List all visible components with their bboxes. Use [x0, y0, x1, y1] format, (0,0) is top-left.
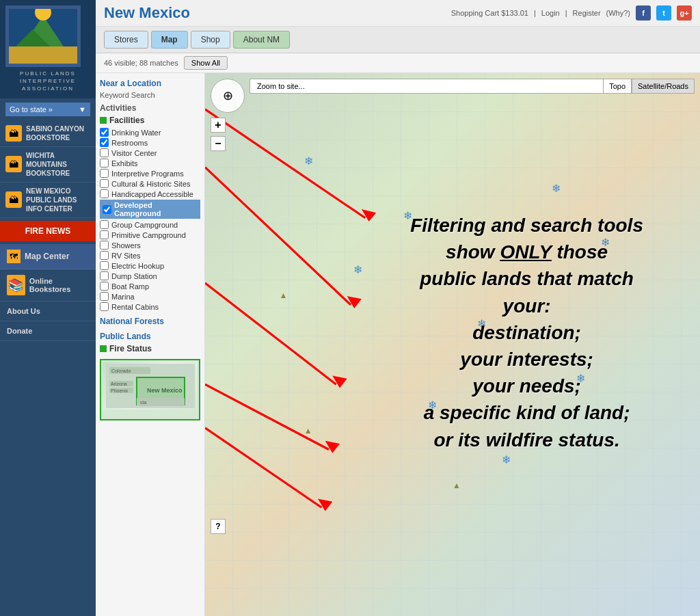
header-right: Shopping Cart $133.01 | Login | Register…	[451, 5, 692, 21]
twitter-icon[interactable]: t	[656, 5, 671, 21]
page-title: New Mexico	[104, 4, 190, 22]
svg-text:Colorado: Colorado	[111, 369, 131, 373]
about-us-link[interactable]: About Us	[0, 302, 96, 321]
state-select-button[interactable]: Go to state » ▼	[5, 103, 90, 116]
tab-about-nm[interactable]: About NM	[233, 31, 290, 49]
marina-checkbox[interactable]	[100, 292, 109, 301]
facility-developed-campground[interactable]: Developed Campground	[100, 200, 200, 219]
restrooms-checkbox[interactable]	[100, 138, 109, 147]
map-icon-5: ❄	[477, 317, 486, 330]
svg-text:New Mexico: New Mexico	[147, 387, 183, 394]
online-bookstores-link[interactable]: 📚 Online Bookstores	[0, 269, 96, 302]
svg-marker-23	[325, 441, 340, 453]
register-link[interactable]: Register	[573, 9, 601, 17]
facility-electric-hookup[interactable]: Electric Hookup	[100, 261, 200, 270]
svg-line-18	[205, 168, 351, 305]
group-campground-checkbox[interactable]	[100, 220, 109, 229]
donate-link[interactable]: Donate	[0, 321, 96, 341]
sidebar-store-sabino[interactable]: 🏔 SABINO CANYON BOOKSTORE	[0, 120, 96, 147]
facility-interpretive-programs[interactable]: Interpretive Programs	[100, 169, 200, 178]
login-link[interactable]: Login	[541, 9, 560, 17]
zoom-out-button[interactable]: −	[211, 136, 226, 151]
visitor-center-checkbox[interactable]	[100, 148, 109, 157]
facility-rv-sites[interactable]: RV Sites	[100, 251, 200, 260]
main-content: New Mexico Shopping Cart $133.01 | Login…	[96, 0, 700, 616]
facility-dump-station[interactable]: Dump Station	[100, 271, 200, 280]
developed-campground-checkbox[interactable]	[103, 205, 111, 214]
near-location-section[interactable]: Near a Location	[100, 79, 200, 88]
shopping-cart-link[interactable]: Shopping Cart $133.01	[451, 9, 528, 17]
zoom-in-button[interactable]: +	[211, 118, 226, 133]
facilities-header: Facilities	[100, 116, 200, 125]
sidebar-store-nm[interactable]: 🏔 NEW MEXICO PUBLIC LANDS INFO CENTER	[0, 183, 96, 218]
map-background: ❄ ❄ ❄ ❄ ❄ ❄ ❄ ❄ ❄ ▲ ▲ ▲	[205, 73, 700, 616]
rental-cabins-checkbox[interactable]	[100, 302, 109, 311]
help-button[interactable]: ?	[211, 519, 226, 534]
fire-news-button[interactable]: FIRE NEWS	[0, 221, 96, 241]
facility-boat-ramp[interactable]: Boat Ramp	[100, 282, 200, 291]
keyword-search-link[interactable]: Keyword Search	[100, 91, 200, 99]
activities-title: Activities	[100, 103, 200, 113]
map-icon-1: ❄	[304, 155, 313, 168]
dump-station-checkbox[interactable]	[100, 271, 109, 280]
svg-text:Phoenix: Phoenix	[111, 388, 129, 393]
map-icon-2: ❄	[403, 209, 412, 222]
svg-marker-25	[318, 498, 332, 511]
sidebar: PUBLIC LANDS INTERPRETIVE ASSOCIATION Go…	[0, 0, 96, 616]
map-icon-3: ❄	[353, 263, 362, 276]
national-forests-section[interactable]: National Forests	[100, 317, 200, 326]
handicapped-checkbox[interactable]	[100, 189, 109, 198]
fire-status-item[interactable]: Fire Status	[100, 344, 200, 353]
facility-group-campground[interactable]: Group Campground	[100, 220, 200, 229]
facility-drinking-water[interactable]: Drinking Water	[100, 128, 200, 137]
svg-text:sta: sta	[140, 400, 146, 405]
facility-marina[interactable]: Marina	[100, 292, 200, 301]
cultural-historic-checkbox[interactable]	[100, 179, 109, 188]
tab-stores[interactable]: Stores	[104, 31, 148, 49]
googleplus-icon[interactable]: g+	[677, 5, 692, 21]
facebook-icon[interactable]: f	[636, 5, 651, 21]
facility-handicapped[interactable]: Handicapped Accessible	[100, 189, 200, 198]
exhibits-checkbox[interactable]	[100, 159, 109, 168]
fire-status-dot	[100, 345, 107, 352]
rv-sites-checkbox[interactable]	[100, 251, 109, 260]
facility-primitive-campground[interactable]: Primitive Campground	[100, 230, 200, 239]
interpretive-programs-checkbox[interactable]	[100, 169, 109, 178]
svg-marker-19	[347, 296, 362, 308]
facility-showers[interactable]: Showers	[100, 241, 200, 250]
electric-hookup-checkbox[interactable]	[100, 261, 109, 270]
filter-bar: 46 visible; 88 matches Show All	[96, 53, 700, 73]
tab-shop[interactable]: Shop	[191, 31, 230, 49]
facility-visitor-center[interactable]: Visitor Center	[100, 148, 200, 157]
store-name-wichita: WICHITA MOUNTAINS BOOKSTORE	[26, 151, 90, 178]
cart-label: Shopping Cart $133.01	[451, 9, 528, 17]
drinking-water-checkbox[interactable]	[100, 128, 109, 137]
why-label: (Why?)	[606, 9, 630, 17]
arrows-overlay	[205, 73, 700, 616]
primitive-campground-checkbox[interactable]	[100, 230, 109, 239]
map-icon-9: ❄	[576, 372, 585, 385]
map-center-button[interactable]: 🗺 Map Center	[0, 244, 96, 269]
store-name-sabino: SABINO CANYON BOOKSTORE	[26, 124, 90, 142]
facility-rental-cabins[interactable]: Rental Cabins	[100, 302, 200, 311]
tab-map[interactable]: Map	[151, 31, 188, 49]
mini-map[interactable]: Colorado Arizona Phoenix New Mexico sta	[100, 359, 200, 420]
show-all-button[interactable]: Show All	[184, 56, 228, 70]
page-header: New Mexico Shopping Cart $133.01 | Login…	[96, 0, 700, 27]
topo-button[interactable]: Topo	[603, 79, 632, 94]
facility-cultural-historic[interactable]: Cultural & Historic Sites	[100, 179, 200, 188]
facility-exhibits[interactable]: Exhibits	[100, 159, 200, 168]
map-center-label: Map Center	[25, 252, 69, 261]
sidebar-logo: PUBLIC LANDS INTERPRETIVE ASSOCIATION	[0, 0, 96, 98]
satellite-roads-button[interactable]: Satellite/Roads	[632, 79, 695, 94]
mini-map-content: Colorado Arizona Phoenix New Mexico sta	[103, 362, 198, 410]
map-icon-8: ❄	[601, 236, 610, 249]
facility-restrooms[interactable]: Restrooms	[100, 138, 200, 147]
boat-ramp-checkbox[interactable]	[100, 282, 109, 291]
zoom-to-site-select[interactable]: Zoom to site...	[250, 79, 632, 94]
showers-checkbox[interactable]	[100, 241, 109, 250]
sidebar-store-wichita[interactable]: 🏔 WICHITA MOUNTAINS BOOKSTORE	[0, 147, 96, 183]
svg-line-24	[205, 428, 321, 507]
public-lands-section[interactable]: Public Lands	[100, 332, 200, 341]
navigation-control[interactable]: ⊕	[211, 79, 245, 113]
